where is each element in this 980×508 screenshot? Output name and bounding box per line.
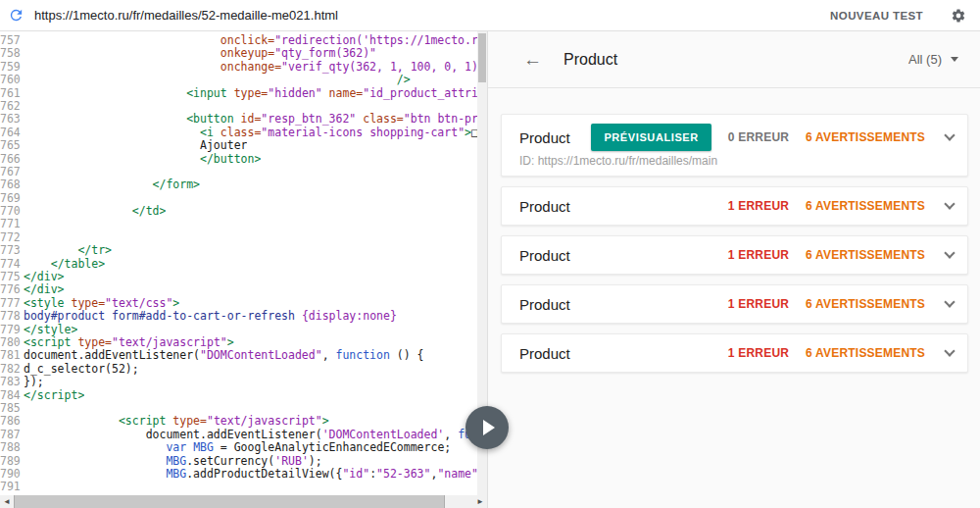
code-text: /> [24,74,411,86]
play-button[interactable] [466,406,509,449]
results-panel: ← Product All (5) ProductPRÉVISUALISER0 … [487,31,980,508]
line-number: 779 [0,324,24,336]
code-text: MBG.addProductDetailView({"id":"52-363",… [24,468,487,481]
scroll-right-arrow-icon[interactable]: ► [473,495,487,508]
code-line: 788 var MBG = GoogleAnalyticEnhancedECom… [0,441,487,454]
code-line: 789 MBG.setCurrency('RUB'); [0,455,487,468]
code-text: body#product form#add-to-cart-or-refresh… [24,310,397,323]
line-number: 764 [0,127,24,139]
card-status-group: 1 ERREUR6 AVERTISSEMENTS [728,199,954,213]
line-number: 784 [0,389,24,402]
horizontal-scrollbar-track[interactable] [14,495,473,508]
line-number: 787 [0,429,24,441]
gear-icon[interactable] [951,8,966,24]
line-number: 763 [0,113,24,126]
code-text: </table> [24,258,105,271]
code-text: }); [24,376,44,388]
chevron-down-icon[interactable] [944,296,955,307]
code-line: 780<script type="text/javascript"> [0,336,487,349]
product-card[interactable]: ProductPRÉVISUALISER0 ERREUR6 AVERTISSEM… [501,114,968,177]
code-text: <script type="text/javascript"> [24,415,329,428]
topbar: https://1mecto.ru/fr/medailles/52-medail… [0,0,980,31]
product-card[interactable]: Product1 ERREUR6 AVERTISSEMENTS [501,333,968,373]
preview-button[interactable]: PRÉVISUALISER [591,124,710,151]
code-line: 770 </td> [0,205,487,218]
code-text: </button> [24,153,261,166]
refresh-circle-svg [8,7,24,24]
line-number: 759 [0,61,24,74]
line-number: 761 [0,87,24,100]
code-line: 784</script> [0,389,487,402]
line-number: 771 [0,218,24,230]
code-text: </form> [24,178,200,191]
code-text: document.addEventListener("DOMContentLoa… [24,349,424,362]
code-line: 786 <script type="text/javascript"> [0,415,487,428]
code-text: <style type="text/css"> [24,297,179,310]
code-line: 757 onclick="redirection('https://1mecto… [0,34,487,47]
chevron-down-icon[interactable] [944,129,955,140]
play-icon [483,420,495,435]
product-card[interactable]: Product1 ERREUR6 AVERTISSEMENTS [501,235,968,275]
scroll-left-arrow-icon[interactable]: ◄ [0,495,14,508]
line-number: 783 [0,376,24,388]
code-text: <input type="hidden" name="id_product_at… [24,87,487,100]
code-line: 783}); [0,376,487,388]
warning-count: 6 AVERTISSEMENTS [806,297,925,311]
line-number: 781 [0,349,24,362]
caret-down-icon [951,57,958,62]
error-count: 1 ERREUR [728,297,789,311]
warning-count: 6 AVERTISSEMENTS [806,130,925,144]
code-text: </td> [24,205,166,218]
code-line: 779</style> [0,324,487,336]
line-number: 789 [0,455,24,468]
line-number: 780 [0,336,24,349]
code-panel: 757 onclick="redirection('https://1mecto… [0,31,487,508]
code-text: onclick="redirection('https://1mecto.r [24,34,478,47]
code-line: 777<style type="text/css"> [0,297,487,310]
error-count: 1 ERREUR [728,248,789,262]
results-title: Product [564,51,617,69]
code-text: </style> [24,324,77,336]
card-status-group: 1 ERREUR6 AVERTISSEMENTS [728,248,954,262]
horizontal-scrollbar-thumb[interactable] [14,495,445,508]
vertical-scrollbar-thumb[interactable] [478,33,486,82]
new-test-button[interactable]: NOUVEAU TEST [830,10,923,22]
refresh-circle-icon[interactable] [8,7,24,24]
card-title: Product [519,247,570,264]
chevron-down-icon[interactable] [944,247,955,258]
code-text: var MBG = GoogleAnalyticEnhancedECommerc… [24,441,451,454]
code-line: 766 </button> [0,153,487,166]
code-line: 791 [0,481,487,493]
code-text: Ajouter [24,139,247,152]
product-card[interactable]: Product1 ERREUR6 AVERTISSEMENTS [501,284,968,324]
product-card[interactable]: Product1 ERREUR6 AVERTISSEMENTS [501,186,968,226]
code-line: 762 [0,100,487,113]
card-title: Product [519,198,570,215]
code-text: </div> [24,283,65,296]
code-text: onkeyup="qty_form(362)" [24,47,376,60]
code-text: </script> [24,389,84,402]
filter-dropdown[interactable]: All (5) [908,52,958,67]
result-cards: ProductPRÉVISUALISER0 ERREUR6 AVERTISSEM… [488,88,980,373]
card-title: Product [519,345,570,362]
code-text: onchange="verif_qty(362, 1, 100, 0, 1) [24,61,478,74]
back-arrow-icon[interactable]: ← [523,50,542,69]
code-line: 759 onchange="verif_qty(362, 1, 100, 0, … [0,61,487,74]
line-number: 773 [0,244,24,257]
line-number: 767 [0,166,24,178]
url-text[interactable]: https://1mecto.ru/fr/medailles/52-medail… [34,8,830,23]
code-line: 769 [0,192,487,205]
card-id-text: ID: https://1mecto.ru/fr/medailles/main [519,155,950,168]
code-line: 771 [0,218,487,230]
code-line: 767 [0,166,487,178]
code-lines: 757 onclick="redirection('https://1mecto… [0,31,487,495]
chevron-down-icon[interactable] [944,198,955,209]
code-text: d_c_selector(52); [24,363,139,376]
card-main-row: Product1 ERREUR6 AVERTISSEMENTS [502,334,967,372]
code-line: 775</div> [0,271,487,283]
chevron-down-icon[interactable] [944,345,955,356]
filter-label: All (5) [908,52,942,67]
card-main-row: ProductPRÉVISUALISER0 ERREUR6 AVERTISSEM… [502,121,967,154]
code-text: <script type="text/javascript"> [24,336,234,349]
horizontal-scrollbar[interactable]: ◄ ► [0,495,487,508]
